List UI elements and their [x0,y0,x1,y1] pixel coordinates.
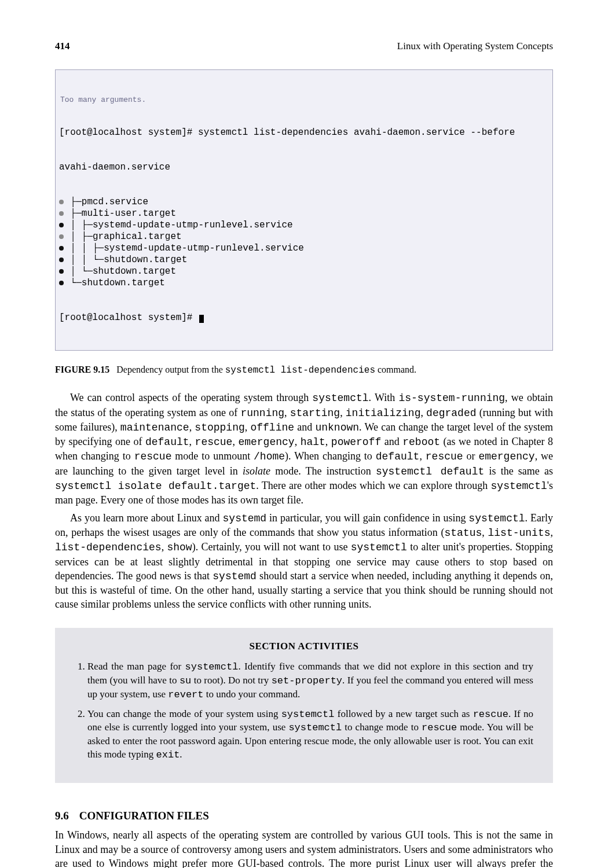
tree-line: │ ├─graphical.target [59,231,549,242]
page: 414 Linux with Operating System Concepts… [0,0,608,868]
figure-caption: FIGURE 9.15 Dependency output from the s… [55,365,553,376]
bullet-icon [59,234,64,239]
figure-caption-post: command. [375,365,416,374]
section-number: 9.6 [55,810,69,822]
section-title: CONFIGURATION FILES [79,810,209,822]
tree-line-text: │ └─shutdown.target [65,266,176,277]
figure-caption-code: systemctl list-dependencies [225,365,375,376]
paragraph-1: We can control aspects of the operating … [55,391,553,507]
activities-heading: SECTION ACTIVITIES [75,641,533,652]
terminal-output: Too many arguments. [root@localhost syst… [55,69,553,351]
bullet-icon [59,223,64,227]
bullet-icon [59,211,64,216]
tree-line-text: │ ├─systemd-update-utmp-runlevel.service [65,219,293,231]
bullet-icon [59,281,64,285]
bullet-icon [59,200,64,204]
page-header: 414 Linux with Operating System Concepts [55,41,553,52]
tree-line-text: │ │ ├─systemd-update-utmp-runlevel.servi… [65,242,304,254]
tree-line-text: ├─multi-user.target [65,208,176,219]
cursor-icon [199,315,204,323]
bullet-icon [59,258,64,262]
paragraph-2: As you learn more about Linux and system… [55,511,553,612]
figure-caption-text: Dependency output from the [116,365,225,374]
bullet-icon [59,246,64,251]
tree-line: │ └─shutdown.target [59,266,549,277]
activity-item-2: You can change the mode of your system u… [87,708,533,763]
section-activities-box: SECTION ACTIVITIES Read the man page for… [55,628,553,784]
page-number: 414 [55,41,70,52]
tree-line: │ │ ├─systemd-update-utmp-runlevel.servi… [59,242,549,254]
tree-line-text: └─shutdown.target [65,277,165,289]
activities-list: Read the man page for systemctl. Identif… [75,660,533,763]
terminal-prompt-line: [root@localhost system]# systemctl list-… [59,127,549,138]
terminal-truncated-line: Too many arguments. [59,95,549,105]
tree-line-text: │ │ └─shutdown.target [65,254,187,266]
section-heading: 9.6CONFIGURATION FILES [55,810,553,822]
book-title: Linux with Operating System Concepts [397,41,553,52]
activity-item-1: Read the man page for systemctl. Identif… [87,660,533,702]
tree-line: ├─multi-user.target [59,208,549,219]
paragraph-3: In Windows, nearly all aspects of the op… [55,828,553,868]
terminal-prompt-end: [root@localhost system]# [59,312,549,323]
terminal-tree: ├─pmcd.service ├─multi-user.target │ ├─s… [59,196,549,289]
bullet-icon [59,269,64,274]
tree-line: ├─pmcd.service [59,196,549,208]
tree-line-text: ├─pmcd.service [65,196,148,208]
tree-line: │ │ └─shutdown.target [59,254,549,266]
tree-line-text: │ ├─graphical.target [65,231,182,242]
tree-line: │ ├─systemd-update-utmp-runlevel.service [59,219,549,231]
tree-line: └─shutdown.target [59,277,549,289]
terminal-root-unit: avahi-daemon.service [59,161,549,173]
figure-label: FIGURE 9.15 [55,365,109,374]
